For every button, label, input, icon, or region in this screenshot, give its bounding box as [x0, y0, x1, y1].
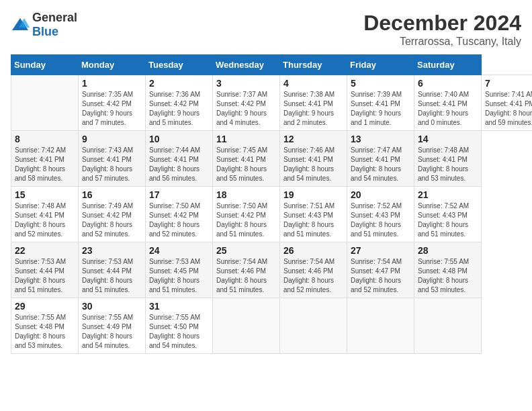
day-number: 7	[485, 78, 532, 89]
day-detail: Sunrise: 7:55 AMSunset: 4:50 PMDaylight:…	[149, 313, 210, 351]
day-number: 10	[149, 134, 210, 144]
calendar-cell: 20Sunrise: 7:52 AMSunset: 4:43 PMDayligh…	[347, 187, 414, 242]
day-number: 22	[15, 245, 75, 256]
day-number: 4	[283, 78, 344, 89]
day-detail: Sunrise: 7:40 AMSunset: 4:41 PMDaylight:…	[418, 90, 478, 128]
calendar-table: SundayMondayTuesdayWednesdayThursdayFrid…	[11, 54, 532, 354]
day-number: 5	[351, 78, 411, 89]
calendar-week-4: 22Sunrise: 7:53 AMSunset: 4:44 PMDayligh…	[11, 242, 533, 298]
calendar-body: 1Sunrise: 7:35 AMSunset: 4:42 PMDaylight…	[11, 75, 533, 354]
day-detail: Sunrise: 7:35 AMSunset: 4:42 PMDaylight:…	[82, 90, 142, 128]
calendar-cell	[347, 298, 414, 354]
calendar-cell	[414, 298, 482, 354]
day-number: 17	[149, 189, 210, 200]
day-detail: Sunrise: 7:47 AMSunset: 4:41 PMDaylight:…	[351, 146, 411, 183]
calendar-cell	[213, 298, 280, 354]
day-number: 1	[82, 78, 142, 89]
calendar-week-5: 29Sunrise: 7:55 AMSunset: 4:48 PMDayligh…	[11, 298, 533, 354]
day-detail: Sunrise: 7:45 AMSunset: 4:41 PMDaylight:…	[216, 146, 277, 183]
calendar-cell: 28Sunrise: 7:55 AMSunset: 4:48 PMDayligh…	[414, 242, 482, 298]
day-header-saturday: Saturday	[414, 55, 482, 75]
calendar-cell: 15Sunrise: 7:48 AMSunset: 4:41 PMDayligh…	[11, 187, 79, 242]
day-detail: Sunrise: 7:39 AMSunset: 4:41 PMDaylight:…	[351, 90, 411, 128]
day-number: 26	[283, 245, 344, 256]
calendar-cell: 27Sunrise: 7:54 AMSunset: 4:47 PMDayligh…	[347, 242, 414, 298]
calendar-cell: 31Sunrise: 7:55 AMSunset: 4:50 PMDayligh…	[146, 298, 213, 354]
calendar-week-1: 1Sunrise: 7:35 AMSunset: 4:42 PMDaylight…	[11, 75, 533, 131]
calendar-cell: 13Sunrise: 7:47 AMSunset: 4:41 PMDayligh…	[347, 131, 414, 187]
calendar-cell: 29Sunrise: 7:55 AMSunset: 4:48 PMDayligh…	[11, 298, 79, 354]
calendar-cell: 22Sunrise: 7:53 AMSunset: 4:44 PMDayligh…	[11, 242, 79, 298]
logo-blue: Blue	[32, 25, 58, 38]
day-number: 28	[418, 245, 478, 256]
calendar-cell: 1Sunrise: 7:35 AMSunset: 4:42 PMDaylight…	[79, 75, 146, 131]
calendar-cell: 6Sunrise: 7:40 AMSunset: 4:41 PMDaylight…	[414, 75, 482, 131]
day-number: 15	[15, 189, 75, 200]
day-number: 18	[216, 189, 277, 200]
day-header-friday: Friday	[347, 55, 414, 75]
day-header-monday: Monday	[79, 55, 146, 75]
day-detail: Sunrise: 7:55 AMSunset: 4:48 PMDaylight:…	[15, 313, 75, 351]
day-detail: Sunrise: 7:38 AMSunset: 4:41 PMDaylight:…	[283, 90, 344, 128]
day-header-sunday: Sunday	[11, 55, 79, 75]
logo-icon	[11, 15, 30, 34]
logo: General Blue	[11, 11, 77, 39]
calendar-week-3: 15Sunrise: 7:48 AMSunset: 4:41 PMDayligh…	[11, 187, 533, 242]
calendar-cell: 24Sunrise: 7:53 AMSunset: 4:45 PMDayligh…	[146, 242, 213, 298]
calendar-cell: 25Sunrise: 7:54 AMSunset: 4:46 PMDayligh…	[213, 242, 280, 298]
day-detail: Sunrise: 7:54 AMSunset: 4:47 PMDaylight:…	[351, 257, 411, 295]
calendar-cell: 30Sunrise: 7:55 AMSunset: 4:49 PMDayligh…	[79, 298, 146, 354]
calendar-cell: 21Sunrise: 7:52 AMSunset: 4:43 PMDayligh…	[414, 187, 482, 242]
calendar-cell: 18Sunrise: 7:50 AMSunset: 4:42 PMDayligh…	[213, 187, 280, 242]
calendar-cell: 11Sunrise: 7:45 AMSunset: 4:41 PMDayligh…	[213, 131, 280, 187]
day-detail: Sunrise: 7:53 AMSunset: 4:44 PMDaylight:…	[15, 257, 75, 295]
day-detail: Sunrise: 7:52 AMSunset: 4:43 PMDaylight:…	[418, 201, 478, 239]
day-detail: Sunrise: 7:49 AMSunset: 4:42 PMDaylight:…	[82, 201, 142, 239]
calendar-cell: 14Sunrise: 7:48 AMSunset: 4:41 PMDayligh…	[414, 131, 482, 187]
calendar-cell: 2Sunrise: 7:36 AMSunset: 4:42 PMDaylight…	[146, 75, 213, 131]
day-detail: Sunrise: 7:50 AMSunset: 4:42 PMDaylight:…	[149, 201, 210, 239]
calendar-cell	[11, 75, 79, 131]
day-number: 27	[351, 245, 411, 256]
day-number: 29	[15, 301, 75, 312]
day-number: 9	[82, 134, 142, 144]
day-detail: Sunrise: 7:48 AMSunset: 4:41 PMDaylight:…	[418, 146, 478, 183]
day-header-wednesday: Wednesday	[213, 55, 280, 75]
calendar-cell	[280, 298, 347, 354]
day-number: 3	[216, 78, 277, 89]
logo-general: General	[32, 11, 77, 24]
day-number: 2	[149, 78, 210, 89]
day-detail: Sunrise: 7:52 AMSunset: 4:43 PMDaylight:…	[351, 201, 411, 239]
day-detail: Sunrise: 7:50 AMSunset: 4:42 PMDaylight:…	[216, 201, 277, 239]
day-detail: Sunrise: 7:53 AMSunset: 4:45 PMDaylight:…	[149, 257, 210, 295]
day-number: 16	[82, 189, 142, 200]
day-number: 14	[418, 134, 478, 144]
day-detail: Sunrise: 7:44 AMSunset: 4:41 PMDaylight:…	[149, 146, 210, 183]
day-number: 21	[418, 189, 478, 200]
calendar-cell: 5Sunrise: 7:39 AMSunset: 4:41 PMDaylight…	[347, 75, 414, 131]
day-detail: Sunrise: 7:43 AMSunset: 4:41 PMDaylight:…	[82, 146, 142, 183]
day-detail: Sunrise: 7:53 AMSunset: 4:44 PMDaylight:…	[82, 257, 142, 295]
day-number: 6	[418, 78, 478, 89]
day-number: 11	[216, 134, 277, 144]
calendar-cell: 8Sunrise: 7:42 AMSunset: 4:41 PMDaylight…	[11, 131, 79, 187]
day-detail: Sunrise: 7:36 AMSunset: 4:42 PMDaylight:…	[149, 90, 210, 128]
day-detail: Sunrise: 7:42 AMSunset: 4:41 PMDaylight:…	[15, 146, 75, 183]
calendar-cell: 16Sunrise: 7:49 AMSunset: 4:42 PMDayligh…	[79, 187, 146, 242]
calendar-cell: 7Sunrise: 7:41 AMSunset: 4:41 PMDaylight…	[482, 75, 533, 131]
header: General Blue December 2024 Terrarossa, T…	[11, 11, 521, 48]
calendar-cell: 9Sunrise: 7:43 AMSunset: 4:41 PMDaylight…	[79, 131, 146, 187]
day-detail: Sunrise: 7:54 AMSunset: 4:46 PMDaylight:…	[283, 257, 344, 295]
calendar-cell: 3Sunrise: 7:37 AMSunset: 4:42 PMDaylight…	[213, 75, 280, 131]
calendar-cell: 26Sunrise: 7:54 AMSunset: 4:46 PMDayligh…	[280, 242, 347, 298]
day-detail: Sunrise: 7:37 AMSunset: 4:42 PMDaylight:…	[216, 90, 277, 128]
day-detail: Sunrise: 7:41 AMSunset: 4:41 PMDaylight:…	[485, 90, 532, 128]
day-number: 12	[283, 134, 344, 144]
page-subtitle: Terrarossa, Tuscany, Italy	[363, 36, 521, 48]
day-detail: Sunrise: 7:51 AMSunset: 4:43 PMDaylight:…	[283, 201, 344, 239]
calendar-cell: 23Sunrise: 7:53 AMSunset: 4:44 PMDayligh…	[79, 242, 146, 298]
day-number: 19	[283, 189, 344, 200]
day-detail: Sunrise: 7:55 AMSunset: 4:49 PMDaylight:…	[82, 313, 142, 351]
day-detail: Sunrise: 7:46 AMSunset: 4:41 PMDaylight:…	[283, 146, 344, 183]
calendar-cell: 17Sunrise: 7:50 AMSunset: 4:42 PMDayligh…	[146, 187, 213, 242]
